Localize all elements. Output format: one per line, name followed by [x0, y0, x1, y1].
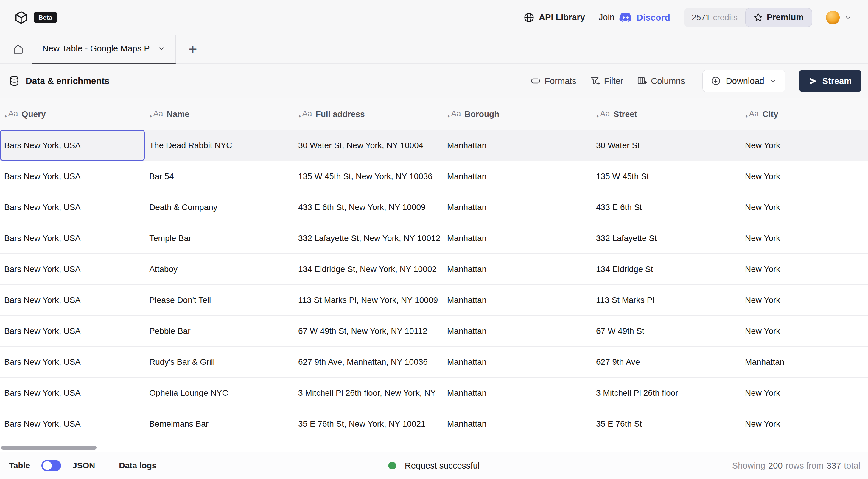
- table-cell[interactable]: Attaboy: [145, 254, 294, 284]
- join-discord-link[interactable]: Join Discord: [599, 12, 670, 23]
- table-cell[interactable]: Manhattan: [741, 347, 868, 377]
- premium-button[interactable]: Premium: [745, 8, 812, 27]
- column-header-street[interactable]: ✦AaStreet: [592, 99, 741, 130]
- table-cell[interactable]: Ophelia Lounge NYC: [145, 378, 294, 408]
- table-cell[interactable]: Bar 54: [145, 161, 294, 192]
- table-cell[interactable]: 134 Eldridge St: [592, 254, 741, 284]
- table-cell[interactable]: 433 E 6th St: [592, 192, 741, 223]
- table-cell[interactable]: 433 E 6th St, New York, NY 10009: [294, 192, 443, 223]
- table-cell[interactable]: Bars New York, USA: [0, 223, 145, 253]
- chevron-down-icon[interactable]: [769, 77, 777, 85]
- table-cell[interactable]: 3 Mitchell Pl 26th floor, New York, NY: [294, 378, 443, 408]
- table-cell[interactable]: Bars New York, USA: [0, 254, 145, 284]
- table-cell[interactable]: New York: [741, 378, 868, 408]
- table-cell[interactable]: 113 St Marks Pl: [592, 285, 741, 315]
- table-cell[interactable]: Manhattan: [443, 130, 592, 161]
- table-cell[interactable]: Bars New York, USA: [0, 347, 145, 377]
- tab-new-table[interactable]: New Table - Google Maps P: [32, 35, 176, 64]
- table-cell[interactable]: New York: [741, 285, 868, 315]
- table-cell[interactable]: Temple Bar: [145, 223, 294, 253]
- table-cell[interactable]: Manhattan: [443, 347, 592, 377]
- table-cell[interactable]: Manhattan: [443, 161, 592, 192]
- credits-badge: 2571 credits: [684, 13, 745, 22]
- table-cell[interactable]: New York: [741, 161, 868, 192]
- formats-button[interactable]: Formats: [530, 76, 576, 86]
- table-cell[interactable]: 30 Water St, New York, NY 10004: [294, 130, 443, 161]
- filter-button[interactable]: Filter: [590, 76, 623, 86]
- table-cell[interactable]: 3 Mitchell Pl 26th floor: [592, 378, 741, 408]
- table-cell[interactable]: New York: [741, 316, 868, 346]
- table-cell[interactable]: New York: [741, 223, 868, 253]
- table-cell[interactable]: 135 W 45th St, New York, NY 10036: [294, 161, 443, 192]
- json-view-label[interactable]: JSON: [72, 461, 95, 470]
- table-cell[interactable]: Manhattan: [443, 223, 592, 253]
- chevron-down-icon[interactable]: [844, 14, 852, 22]
- download-button[interactable]: Download: [702, 70, 785, 92]
- table-cell[interactable]: New York: [741, 130, 868, 161]
- table-cell[interactable]: Manhattan: [443, 409, 592, 439]
- table-cell[interactable]: Manhattan: [443, 254, 592, 284]
- discord-icon: [619, 12, 632, 22]
- column-header-borough[interactable]: ✦AaBorough: [443, 99, 592, 130]
- column-header-query[interactable]: ✦AaQuery: [0, 99, 145, 130]
- credits-premium-group: 2571 credits Premium: [684, 8, 812, 27]
- table-cell[interactable]: Bars New York, USA: [0, 378, 145, 408]
- table-cell[interactable]: Pebble Bar: [145, 316, 294, 346]
- horizontal-scrollbar-thumb[interactable]: [1, 446, 96, 449]
- star-icon: [754, 13, 763, 22]
- chevron-down-icon[interactable]: [158, 45, 165, 53]
- table-cell[interactable]: Please Don't Tell: [145, 285, 294, 315]
- beta-badge: Beta: [34, 12, 57, 23]
- table-cell[interactable]: 67 W 49th St: [592, 316, 741, 346]
- table-cell[interactable]: 332 Lafayette St, New York, NY 10012: [294, 223, 443, 253]
- table-cell[interactable]: Bemelmans Bar: [145, 409, 294, 439]
- table-cell[interactable]: The Dead Rabbit NYC: [145, 130, 294, 161]
- table-cell[interactable]: 30 Water St: [592, 130, 741, 161]
- table-cell[interactable]: Manhattan: [443, 378, 592, 408]
- home-icon[interactable]: [13, 44, 24, 55]
- data-logs-link[interactable]: Data logs: [119, 461, 156, 470]
- table-cell[interactable]: 67 W 49th St, New York, NY 10112: [294, 316, 443, 346]
- table-cell[interactable]: Rudy's Bar & Grill: [145, 347, 294, 377]
- table-cell[interactable]: 627 9th Ave, Manhattan, NY 10036: [294, 347, 443, 377]
- table-cell[interactable]: Bars New York, USA: [0, 161, 145, 192]
- user-menu[interactable]: [826, 11, 852, 24]
- table-cell[interactable]: Bars New York, USA: [0, 192, 145, 223]
- table-cell[interactable]: 332 Lafayette St: [592, 223, 741, 253]
- table-cell[interactable]: 135 W 45th St: [592, 161, 741, 192]
- table-cell[interactable]: New York: [741, 409, 868, 439]
- column-header-label: Street: [614, 109, 637, 119]
- column-header-full-address[interactable]: ✦AaFull address: [294, 99, 443, 130]
- api-library-link[interactable]: API Library: [523, 12, 585, 23]
- download-label: Download: [726, 76, 764, 86]
- table-view-label[interactable]: Table: [9, 461, 30, 470]
- table-cell[interactable]: New York: [741, 192, 868, 223]
- table-cell[interactable]: New York: [741, 254, 868, 284]
- add-tab-button[interactable]: +: [189, 42, 197, 56]
- table-row: Bars New York, USADeath & Company433 E 6…: [0, 192, 868, 223]
- text-type-icon: ✦Aa: [149, 109, 163, 119]
- table-cell[interactable]: Manhattan: [443, 285, 592, 315]
- columns-label: Columns: [651, 76, 685, 86]
- table-cell[interactable]: Bars New York, USA: [0, 285, 145, 315]
- table-cell[interactable]: 35 E 76th St, New York, NY 10021: [294, 409, 443, 439]
- table-cell[interactable]: 627 9th Ave: [592, 347, 741, 377]
- table-cell[interactable]: Bars New York, USA: [0, 130, 145, 161]
- table-cell[interactable]: Bars New York, USA: [0, 316, 145, 346]
- table-cell[interactable]: Manhattan: [443, 192, 592, 223]
- table-cell[interactable]: 113 St Marks Pl, New York, NY 10009: [294, 285, 443, 315]
- table-cell[interactable]: 134 Eldridge St, New York, NY 10002: [294, 254, 443, 284]
- column-header-name[interactable]: ✦AaName: [145, 99, 294, 130]
- stream-button[interactable]: Stream: [799, 70, 862, 92]
- table-row: Bars New York, USARudy's Bar & Grill627 …: [0, 347, 868, 378]
- table-cell[interactable]: Bars New York, USA: [0, 409, 145, 439]
- table-cell[interactable]: Manhattan: [443, 316, 592, 346]
- table-cell[interactable]: Death & Company: [145, 192, 294, 223]
- filter-label: Filter: [604, 76, 623, 86]
- columns-button[interactable]: Columns: [637, 76, 685, 86]
- table-cell[interactable]: 35 E 76th St: [592, 409, 741, 439]
- send-icon: [809, 77, 817, 85]
- table-json-toggle[interactable]: [41, 460, 61, 471]
- avatar[interactable]: [826, 11, 840, 24]
- column-header-city[interactable]: ✦AaCity: [741, 99, 868, 130]
